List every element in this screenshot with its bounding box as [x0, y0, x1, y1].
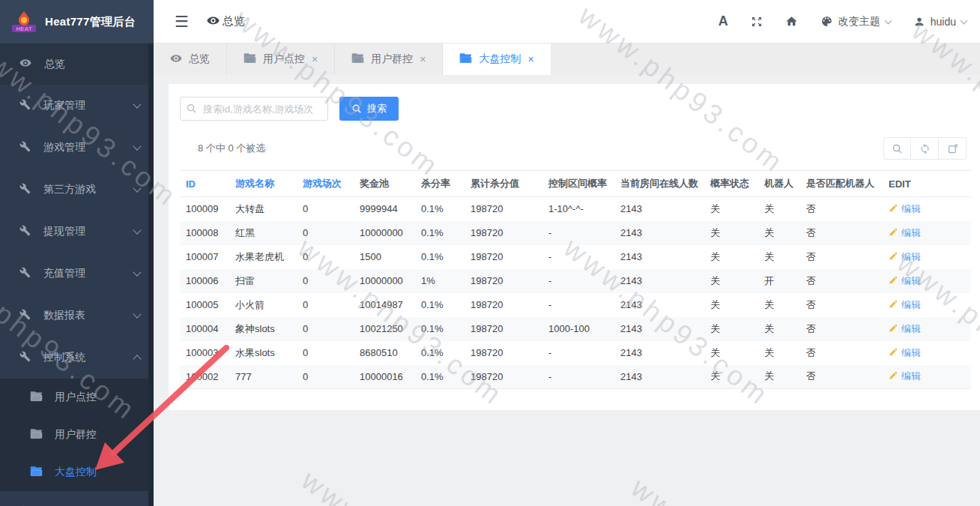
- edit-button[interactable]: 编辑: [889, 226, 921, 240]
- sidebar-subitem-6-1[interactable]: 用户群控: [0, 416, 154, 454]
- wrench-icon: [19, 183, 31, 194]
- search-button-label: 搜索: [367, 102, 387, 115]
- sidebar-group-3[interactable]: 提现管理: [0, 211, 154, 253]
- table-row: 100006扫雷0100000001%198720-2143关开否 编辑: [180, 269, 971, 293]
- font-size-button[interactable]: A: [719, 13, 728, 29]
- tab-2[interactable]: 用户群控×: [335, 43, 443, 75]
- edit-button[interactable]: 编辑: [889, 322, 921, 336]
- cell: 象神slots: [229, 317, 297, 341]
- cell: 2143: [614, 317, 704, 341]
- column-header-6: 控制区间概率: [542, 171, 614, 197]
- cell: 1500: [354, 245, 415, 269]
- chevron-down-icon: [133, 184, 141, 192]
- cell: -: [542, 365, 614, 389]
- menu-toggle-icon[interactable]: ☰: [175, 13, 189, 31]
- edit-label: 编辑: [901, 250, 921, 264]
- sidebar-group-6[interactable]: 控制系统: [0, 337, 154, 379]
- tab-1[interactable]: 用户点控×: [227, 43, 335, 75]
- cell: 2143: [614, 197, 704, 221]
- cell: 关: [758, 221, 800, 245]
- sidebar-subitem-label: 用户点控: [55, 391, 97, 404]
- edit-button[interactable]: 编辑: [889, 202, 921, 216]
- search-button[interactable]: 搜索: [339, 97, 399, 121]
- cell: 红黑: [229, 221, 297, 245]
- sidebar-group-4[interactable]: 充值管理: [0, 253, 154, 295]
- cell: 2143: [614, 221, 704, 245]
- cell: 关: [704, 221, 758, 245]
- edit-button[interactable]: 编辑: [889, 274, 921, 288]
- cell: 关: [704, 365, 758, 389]
- tab-close-icon[interactable]: ×: [312, 53, 318, 65]
- edit-button[interactable]: 编辑: [889, 346, 921, 360]
- cell: 10021250: [354, 317, 415, 341]
- cell: 198720: [465, 197, 542, 221]
- refresh-icon: [919, 143, 931, 154]
- table-columns-button[interactable]: [939, 137, 967, 160]
- chevron-down-icon: [961, 17, 968, 25]
- folder-icon: [244, 52, 256, 66]
- table-refresh-button[interactable]: [911, 137, 939, 160]
- search-input[interactable]: [180, 97, 328, 121]
- sidebar-subitem-6-2[interactable]: 大盘控制: [0, 454, 154, 491]
- folder-icon: [351, 52, 364, 64]
- chevron-down-icon: [884, 17, 892, 25]
- fullscreen-icon: [751, 16, 763, 28]
- cell: 100002: [180, 365, 229, 389]
- sidebar-group-2[interactable]: 第三方游戏: [0, 169, 154, 211]
- sidebar-scrollbar[interactable]: [148, 43, 154, 506]
- tab-label: 用户群控: [371, 52, 413, 66]
- sidebar-group-5[interactable]: 数据报表: [0, 295, 154, 337]
- cell: 1-10^-^-: [542, 197, 614, 221]
- cell: 0.1%: [415, 197, 465, 221]
- edit-label: 编辑: [901, 226, 921, 240]
- cell: 2143: [614, 365, 704, 389]
- sidebar-group-0[interactable]: 玩家管理: [0, 85, 154, 127]
- sidebar: HEAT Heat777管理后台 总览 玩家管理 游戏管理 第三方游戏 提现管理…: [0, 0, 154, 506]
- edit-cell: 编辑: [883, 341, 971, 365]
- sidebar-group-partial[interactable]: [0, 491, 154, 506]
- cell: 关: [704, 245, 758, 269]
- column-header-11: EDIT: [883, 171, 971, 197]
- folder-icon: [30, 391, 43, 402]
- table-row: 100007水果老虎机015000.1%198720-2143关关否 编辑: [180, 245, 971, 269]
- breadcrumb[interactable]: 总览: [207, 14, 245, 29]
- fullscreen-button[interactable]: [751, 16, 763, 28]
- column-header-1[interactable]: 游戏名称: [229, 171, 297, 197]
- font-size-icon: A: [719, 13, 728, 29]
- table-search-button[interactable]: [883, 137, 911, 160]
- tab-close-icon[interactable]: ×: [420, 53, 426, 65]
- user-menu[interactable]: huidu: [913, 16, 967, 28]
- sidebar-item-overview[interactable]: 总览: [0, 43, 154, 85]
- tab-3[interactable]: 大盘控制×: [443, 43, 550, 75]
- table-row: 1000027770100000160.1%198720-2143关关否 编辑: [180, 365, 971, 389]
- cell: 198720: [465, 269, 542, 293]
- cell: 777: [229, 365, 297, 389]
- brand: HEAT Heat777管理后台: [0, 0, 154, 43]
- pencil-icon: [889, 275, 898, 285]
- cell: 1%: [415, 269, 465, 293]
- theme-menu[interactable]: 改变主题: [820, 15, 891, 28]
- edit-button[interactable]: 编辑: [889, 250, 921, 264]
- pencil-icon: [889, 323, 898, 335]
- wrench-icon: [19, 141, 31, 154]
- cell: 1000-100: [542, 317, 614, 341]
- column-header-0[interactable]: ID: [180, 171, 229, 197]
- cell: 否: [800, 197, 883, 221]
- cell: 198720: [465, 365, 542, 389]
- cell: 水果老虎机: [229, 245, 297, 269]
- edit-button[interactable]: 编辑: [889, 298, 921, 312]
- edit-button[interactable]: 编辑: [889, 370, 921, 383]
- cell: 大转盘: [229, 197, 297, 221]
- sidebar-subitem-6-0[interactable]: 用户点控: [0, 379, 154, 416]
- pencil-icon: [889, 203, 898, 213]
- column-header-2[interactable]: 游戏场次: [297, 171, 354, 197]
- cell: 0.1%: [415, 317, 465, 341]
- sidebar-group-1[interactable]: 游戏管理: [0, 127, 154, 169]
- tab-0[interactable]: 总览: [154, 43, 227, 75]
- tab-close-icon[interactable]: ×: [527, 53, 533, 65]
- sidebar-submenu: 用户点控 用户群控 大盘控制: [0, 379, 154, 491]
- wrench-icon: [19, 267, 31, 280]
- pencil-icon: [889, 227, 898, 239]
- home-button[interactable]: [785, 15, 798, 28]
- edit-cell: 编辑: [883, 317, 971, 341]
